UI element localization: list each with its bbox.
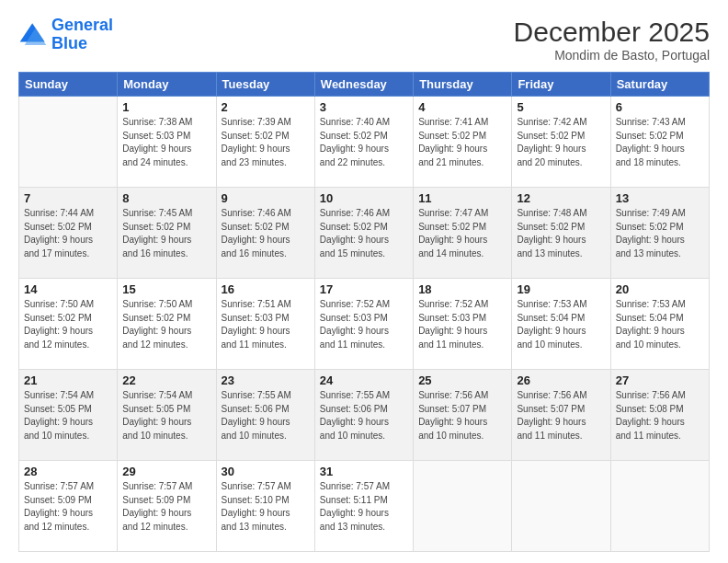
- calendar-week-row: 1Sunrise: 7:38 AMSunset: 5:03 PMDaylight…: [19, 97, 710, 188]
- day-number: 21: [24, 373, 112, 387]
- calendar-week-row: 14Sunrise: 7:50 AMSunset: 5:02 PMDayligh…: [19, 279, 710, 370]
- day-info: Sunrise: 7:38 AMSunset: 5:03 PMDaylight:…: [122, 116, 210, 169]
- weekday-header-monday: Monday: [118, 73, 216, 97]
- day-number: 13: [616, 191, 704, 205]
- day-number: 12: [517, 191, 605, 205]
- day-info: Sunrise: 7:51 AMSunset: 5:03 PMDaylight:…: [222, 298, 310, 351]
- calendar-cell: 31Sunrise: 7:57 AMSunset: 5:11 PMDayligh…: [314, 461, 413, 552]
- calendar-cell: 25Sunrise: 7:56 AMSunset: 5:07 PMDayligh…: [414, 370, 512, 461]
- day-number: 20: [616, 282, 704, 296]
- day-number: 17: [320, 282, 408, 296]
- calendar-cell: 22Sunrise: 7:54 AMSunset: 5:05 PMDayligh…: [118, 370, 216, 461]
- day-number: 4: [418, 100, 506, 114]
- day-info: Sunrise: 7:41 AMSunset: 5:02 PMDaylight:…: [418, 116, 506, 169]
- day-info: Sunrise: 7:53 AMSunset: 5:04 PMDaylight:…: [517, 298, 605, 351]
- weekday-header-saturday: Saturday: [610, 73, 709, 97]
- day-info: Sunrise: 7:57 AMSunset: 5:09 PMDaylight:…: [24, 480, 112, 534]
- day-number: 3: [320, 100, 408, 114]
- calendar-cell: 30Sunrise: 7:57 AMSunset: 5:10 PMDayligh…: [216, 461, 314, 552]
- calendar-cell: 17Sunrise: 7:52 AMSunset: 5:03 PMDayligh…: [314, 279, 413, 370]
- day-info: Sunrise: 7:57 AMSunset: 5:09 PMDaylight:…: [122, 480, 210, 534]
- calendar-cell: 10Sunrise: 7:46 AMSunset: 5:02 PMDayligh…: [314, 188, 413, 279]
- page: General Blue December 2025 Mondim de Bas…: [0, 0, 728, 563]
- calendar-cell: [414, 461, 512, 552]
- day-number: 23: [222, 373, 310, 387]
- calendar-cell: 3Sunrise: 7:40 AMSunset: 5:02 PMDaylight…: [314, 97, 413, 188]
- weekday-header-row: SundayMondayTuesdayWednesdayThursdayFrid…: [19, 73, 710, 97]
- location-subtitle: Mondim de Basto, Portugal: [514, 48, 710, 63]
- calendar-cell: [19, 97, 118, 188]
- day-info: Sunrise: 7:45 AMSunset: 5:02 PMDaylight:…: [122, 207, 210, 260]
- weekday-header-friday: Friday: [512, 73, 610, 97]
- calendar-cell: 11Sunrise: 7:47 AMSunset: 5:02 PMDayligh…: [414, 188, 512, 279]
- day-info: Sunrise: 7:53 AMSunset: 5:04 PMDaylight:…: [616, 298, 704, 351]
- day-number: 25: [418, 373, 506, 387]
- day-number: 9: [222, 191, 310, 205]
- day-number: 7: [24, 191, 112, 205]
- day-info: Sunrise: 7:50 AMSunset: 5:02 PMDaylight:…: [24, 298, 112, 351]
- day-info: Sunrise: 7:52 AMSunset: 5:03 PMDaylight:…: [418, 298, 506, 351]
- day-info: Sunrise: 7:56 AMSunset: 5:08 PMDaylight:…: [616, 389, 704, 442]
- calendar-cell: 5Sunrise: 7:42 AMSunset: 5:02 PMDaylight…: [512, 97, 610, 188]
- calendar-week-row: 28Sunrise: 7:57 AMSunset: 5:09 PMDayligh…: [19, 461, 710, 552]
- day-number: 10: [320, 191, 408, 205]
- day-info: Sunrise: 7:40 AMSunset: 5:02 PMDaylight:…: [320, 116, 408, 169]
- day-info: Sunrise: 7:55 AMSunset: 5:06 PMDaylight:…: [222, 389, 310, 442]
- calendar-cell: 14Sunrise: 7:50 AMSunset: 5:02 PMDayligh…: [19, 279, 118, 370]
- day-number: 29: [122, 465, 210, 478]
- day-number: 2: [222, 100, 310, 114]
- day-info: Sunrise: 7:46 AMSunset: 5:02 PMDaylight:…: [320, 207, 408, 260]
- logo: General Blue: [18, 17, 113, 53]
- day-number: 24: [320, 373, 408, 387]
- title-block: December 2025 Mondim de Basto, Portugal: [514, 17, 710, 63]
- calendar-cell: 16Sunrise: 7:51 AMSunset: 5:03 PMDayligh…: [216, 279, 314, 370]
- month-title: December 2025: [514, 17, 710, 48]
- weekday-header-wednesday: Wednesday: [314, 73, 413, 97]
- calendar-cell: 1Sunrise: 7:38 AMSunset: 5:03 PMDaylight…: [118, 97, 216, 188]
- day-number: 16: [222, 282, 310, 296]
- day-number: 31: [320, 465, 408, 478]
- calendar-cell: 8Sunrise: 7:45 AMSunset: 5:02 PMDaylight…: [118, 188, 216, 279]
- logo-text: General Blue: [51, 17, 113, 53]
- day-info: Sunrise: 7:42 AMSunset: 5:02 PMDaylight:…: [517, 116, 605, 169]
- day-number: 5: [517, 100, 605, 114]
- calendar-week-row: 7Sunrise: 7:44 AMSunset: 5:02 PMDaylight…: [19, 188, 710, 279]
- calendar-cell: 20Sunrise: 7:53 AMSunset: 5:04 PMDayligh…: [610, 279, 709, 370]
- logo-icon: [18, 20, 48, 50]
- day-number: 27: [616, 373, 704, 387]
- day-info: Sunrise: 7:54 AMSunset: 5:05 PMDaylight:…: [122, 389, 210, 442]
- calendar-cell: 27Sunrise: 7:56 AMSunset: 5:08 PMDayligh…: [610, 370, 709, 461]
- logo-blue: Blue: [51, 34, 87, 52]
- calendar-week-row: 21Sunrise: 7:54 AMSunset: 5:05 PMDayligh…: [19, 370, 710, 461]
- day-number: 28: [24, 465, 112, 478]
- day-number: 8: [122, 191, 210, 205]
- calendar-table: SundayMondayTuesdayWednesdayThursdayFrid…: [18, 72, 710, 552]
- day-info: Sunrise: 7:55 AMSunset: 5:06 PMDaylight:…: [320, 389, 408, 442]
- day-info: Sunrise: 7:49 AMSunset: 5:02 PMDaylight:…: [616, 207, 704, 260]
- weekday-header-thursday: Thursday: [414, 73, 512, 97]
- day-info: Sunrise: 7:47 AMSunset: 5:02 PMDaylight:…: [418, 207, 506, 260]
- day-number: 1: [122, 100, 210, 114]
- day-number: 30: [222, 465, 310, 478]
- day-info: Sunrise: 7:57 AMSunset: 5:11 PMDaylight:…: [320, 480, 408, 534]
- day-number: 14: [24, 282, 112, 296]
- calendar-cell: 24Sunrise: 7:55 AMSunset: 5:06 PMDayligh…: [314, 370, 413, 461]
- day-number: 19: [517, 282, 605, 296]
- calendar-cell: 19Sunrise: 7:53 AMSunset: 5:04 PMDayligh…: [512, 279, 610, 370]
- calendar-cell: 7Sunrise: 7:44 AMSunset: 5:02 PMDaylight…: [19, 188, 118, 279]
- calendar-cell: 12Sunrise: 7:48 AMSunset: 5:02 PMDayligh…: [512, 188, 610, 279]
- calendar-cell: 15Sunrise: 7:50 AMSunset: 5:02 PMDayligh…: [118, 279, 216, 370]
- calendar-cell: 28Sunrise: 7:57 AMSunset: 5:09 PMDayligh…: [19, 461, 118, 552]
- day-info: Sunrise: 7:44 AMSunset: 5:02 PMDaylight:…: [24, 207, 112, 260]
- calendar-cell: 23Sunrise: 7:55 AMSunset: 5:06 PMDayligh…: [216, 370, 314, 461]
- calendar-cell: 26Sunrise: 7:56 AMSunset: 5:07 PMDayligh…: [512, 370, 610, 461]
- weekday-header-sunday: Sunday: [19, 73, 118, 97]
- calendar-cell: [610, 461, 709, 552]
- day-number: 6: [616, 100, 704, 114]
- day-number: 15: [122, 282, 210, 296]
- header: General Blue December 2025 Mondim de Bas…: [18, 17, 710, 63]
- logo-general: General: [51, 16, 113, 34]
- calendar-cell: 21Sunrise: 7:54 AMSunset: 5:05 PMDayligh…: [19, 370, 118, 461]
- day-number: 11: [418, 191, 506, 205]
- day-number: 26: [517, 373, 605, 387]
